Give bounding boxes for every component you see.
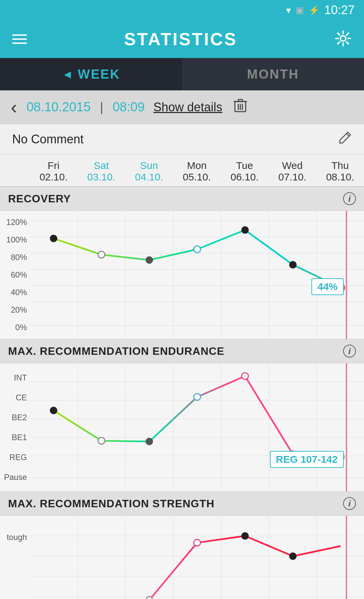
- wifi-icon: ▾: [286, 5, 291, 16]
- svg-line-7: [346, 33, 348, 35]
- recovery-svg: [30, 211, 364, 339]
- page-title: STATISTICS: [124, 29, 237, 49]
- endurance-tooltip-value: REG 107-142: [276, 454, 338, 465]
- day-sat: Sat 03.10.: [78, 160, 125, 183]
- nav-back-button[interactable]: ‹: [8, 93, 20, 121]
- date-separator: |: [100, 100, 103, 114]
- y-label-int: INT: [3, 373, 27, 382]
- day-wed: Wed 07.10.: [269, 160, 316, 183]
- endurance-y-labels: INT CE BE2 BE1 REG Pause: [0, 363, 30, 491]
- endurance-info-icon: i: [348, 346, 351, 356]
- app-bar: STATISTICS: [0, 20, 364, 58]
- strength-title: MAX. RECOMMENDATION STRENGTH: [8, 497, 214, 510]
- endurance-section-header: MAX. RECOMMENDATION ENDURANCE i: [0, 339, 364, 363]
- y-label-pause: Pause: [3, 473, 27, 482]
- status-icons: ▾ ▣ ⚡ 10:27: [286, 3, 355, 17]
- day-thu-name: Thu: [331, 160, 349, 171]
- day-tue-name: Tue: [236, 160, 253, 171]
- svg-point-32: [50, 235, 57, 242]
- day-tue: Tue 06.10.: [221, 160, 269, 183]
- hamburger-button[interactable]: [12, 34, 27, 44]
- endurance-title: MAX. RECOMMENDATION ENDURANCE: [8, 345, 224, 358]
- days-spacer: [0, 160, 30, 183]
- day-wed-date: 07.10.: [278, 171, 306, 183]
- status-bar: ▾ ▣ ⚡ 10:27: [0, 0, 364, 20]
- settings-button[interactable]: [334, 30, 352, 49]
- recovery-info-icon: i: [348, 194, 351, 204]
- y-label-40: 40%: [3, 288, 27, 297]
- day-fri: Fri 02.10.: [30, 160, 78, 183]
- endurance-chart: INT CE BE2 BE1 REG Pause: [0, 363, 364, 491]
- edit-comment-button[interactable]: [338, 131, 352, 147]
- y-label-be2: BE2: [3, 413, 27, 422]
- tab-week-arrow: ◄: [62, 68, 73, 81]
- strength-chart: tough: [0, 516, 364, 599]
- day-mon: Mon 05.10.: [173, 160, 221, 183]
- endurance-info-button[interactable]: i: [343, 345, 356, 358]
- tab-bar: ◄ WEEK MONTH: [0, 58, 364, 90]
- recovery-chart-area: 120% 100% 80% 60% 40% 20% 0%: [0, 211, 364, 339]
- days-header: Fri 02.10. Sat 03.10. Sun 04.10. Mon 05.…: [0, 154, 364, 187]
- tab-month[interactable]: MONTH: [182, 58, 364, 90]
- svg-point-0: [340, 36, 346, 41]
- y-label-20: 20%: [3, 305, 27, 315]
- battery-icon: ⚡: [309, 5, 320, 16]
- strength-chart-area: tough: [0, 516, 364, 599]
- svg-point-53: [98, 437, 105, 444]
- day-fri-date: 02.10.: [39, 171, 67, 183]
- day-tue-date: 06.10.: [231, 171, 259, 183]
- recovery-tooltip-value: 44%: [317, 281, 338, 292]
- strength-y-labels: tough: [0, 516, 30, 599]
- day-sun-date: 04.10.: [135, 171, 163, 183]
- recovery-chart: 120% 100% 80% 60% 40% 20% 0%: [0, 211, 364, 339]
- delete-button[interactable]: [234, 98, 247, 116]
- endurance-tooltip: REG 107-142: [270, 451, 344, 468]
- endurance-chart-area: INT CE BE2 BE1 REG Pause: [0, 363, 364, 491]
- svg-point-56: [242, 373, 248, 379]
- strength-section-header: MAX. RECOMMENDATION STRENGTH i: [0, 491, 364, 516]
- svg-point-75: [242, 533, 248, 539]
- y-label-60: 60%: [3, 270, 27, 280]
- recovery-tooltip: 44%: [311, 278, 344, 295]
- y-label-ce: CE: [3, 393, 27, 402]
- nav-time: 08:09: [113, 100, 145, 114]
- svg-point-33: [98, 251, 105, 258]
- day-thu: Thu 08.10.: [316, 160, 364, 183]
- y-label-reg: REG: [3, 453, 27, 462]
- svg-point-54: [146, 438, 153, 445]
- day-sat-date: 03.10.: [87, 171, 115, 183]
- svg-line-8: [338, 42, 340, 44]
- svg-line-6: [346, 42, 348, 44]
- day-sun: Sun 04.10.: [125, 160, 173, 183]
- svg-point-55: [194, 394, 201, 400]
- endurance-svg: [30, 363, 364, 491]
- day-mon-name: Mon: [187, 160, 207, 171]
- comment-text: No Comment: [12, 132, 84, 146]
- day-sat-name: Sat: [94, 160, 109, 171]
- y-label-0: 0%: [3, 323, 27, 332]
- comment-row: No Comment: [0, 124, 364, 154]
- show-details-link[interactable]: Show details: [153, 100, 222, 114]
- y-label-tough: tough: [3, 533, 27, 542]
- gear-icon: [334, 30, 352, 47]
- day-fri-name: Fri: [48, 160, 59, 171]
- svg-point-52: [50, 407, 57, 414]
- svg-line-17: [346, 134, 349, 136]
- recovery-info-button[interactable]: i: [343, 192, 356, 205]
- tab-month-label: MONTH: [247, 67, 299, 82]
- y-label-120: 120%: [3, 218, 27, 227]
- svg-point-74: [194, 539, 201, 546]
- svg-line-5: [338, 33, 340, 35]
- y-label-be1: BE1: [3, 433, 27, 442]
- tab-week[interactable]: ◄ WEEK: [0, 58, 182, 90]
- strength-info-button[interactable]: i: [343, 497, 356, 510]
- day-sun-name: Sun: [140, 160, 158, 171]
- svg-point-73: [146, 597, 153, 599]
- strength-svg: [30, 516, 364, 599]
- recovery-section-header: RECOVERY i: [0, 187, 364, 211]
- sim-icon: ▣: [296, 5, 304, 16]
- day-thu-date: 08.10.: [326, 171, 354, 183]
- recovery-title: RECOVERY: [8, 193, 71, 205]
- day-mon-date: 05.10.: [183, 171, 211, 183]
- date-nav: ‹ 08.10.2015 | 08:09 Show details: [0, 90, 364, 124]
